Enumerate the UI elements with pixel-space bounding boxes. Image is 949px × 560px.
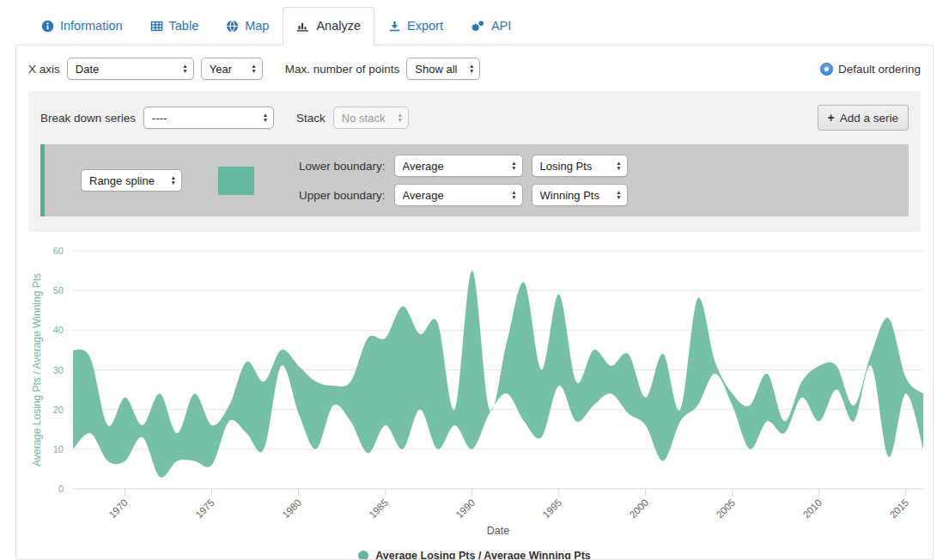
x-tick-label: 1980 (280, 497, 303, 520)
y-tick-label: 20 (53, 405, 64, 415)
tab-information[interactable]: Information (27, 7, 137, 46)
tab-export[interactable]: Export (374, 7, 457, 46)
select-arrows-icon: ▲▼ (164, 175, 176, 186)
legend-label: Average Losing Pts / Average Winning Pts (375, 550, 591, 560)
x-axis-field-select[interactable]: Date ▲▼ (67, 58, 194, 80)
x-axis-granularity-select[interactable]: Year ▲▼ (201, 58, 263, 80)
lower-function-select[interactable]: Average ▲▼ (394, 155, 523, 177)
dataset-tabs: Information Table Map Analyze Export API (15, 0, 934, 45)
chart-canvas: 0102030405060Average Losing Pts / Averag… (16, 232, 933, 539)
add-serie-button[interactable]: + Add a serie (818, 105, 909, 131)
tab-map[interactable]: Map (212, 7, 283, 46)
x-tick-label: 1975 (193, 497, 216, 520)
tab-label: Table (169, 19, 199, 33)
select-arrows-icon: ▲▼ (256, 113, 268, 123)
legend-marker-icon (358, 551, 368, 560)
breakdown-row: Break down series ---- ▲▼ Stack No stack… (40, 105, 909, 131)
table-icon (150, 20, 163, 33)
select-arrows-icon: ▲▼ (504, 161, 516, 171)
tab-table[interactable]: Table (137, 7, 213, 46)
upper-boundary-label: Upper boundary: (299, 189, 386, 202)
select-arrows-icon: ▲▼ (609, 161, 621, 171)
upper-function-select[interactable]: Average ▲▼ (394, 184, 523, 206)
info-icon (41, 20, 54, 33)
tab-analyze[interactable]: Analyze (283, 7, 374, 46)
x-tick-label: 2010 (801, 497, 824, 520)
x-tick-label: 1970 (106, 497, 130, 520)
y-axis-title: Average Losing Pts / Average Winning Pts (31, 273, 43, 466)
bar-chart-icon (296, 20, 310, 33)
y-tick-label: 40 (53, 325, 64, 335)
stack-label: Stack (296, 112, 325, 125)
lower-boundary-label: Lower boundary: (299, 160, 386, 173)
lower-field-select[interactable]: Losing Pts ▲▼ (532, 155, 628, 177)
stack-select: No stack ▲▼ (333, 107, 409, 129)
y-tick-label: 50 (53, 285, 64, 295)
serie-config: Range spline ▲▼ Lower boundary: Average … (40, 144, 909, 216)
x-tick-label: 2005 (715, 497, 738, 520)
x-tick-label: 1990 (454, 497, 478, 520)
select-arrows-icon: ▲▼ (244, 64, 256, 74)
max-points-select[interactable]: Show all ▲▼ (406, 58, 480, 80)
chart-type-select[interactable]: Range spline ▲▼ (81, 169, 182, 192)
gears-icon (471, 20, 485, 33)
series-section: Break down series ---- ▲▼ Stack No stack… (28, 91, 921, 232)
download-icon (388, 20, 401, 33)
select-arrows-icon: ▲▼ (609, 190, 621, 200)
analyze-panel: X axis Date ▲▼ Year ▲▼ Max. number of po… (15, 45, 934, 560)
select-arrows-icon: ▲▼ (175, 64, 187, 74)
select-arrows-icon: ▲▼ (390, 113, 402, 123)
breakdown-select[interactable]: ---- ▲▼ (143, 107, 274, 129)
globe-icon (226, 20, 239, 33)
y-tick-label: 30 (53, 365, 64, 375)
tab-label: Map (245, 19, 269, 33)
select-arrows-icon: ▲▼ (504, 190, 516, 200)
upper-field-select[interactable]: Winning Pts ▲▼ (532, 184, 628, 206)
axis-controls: X axis Date ▲▼ Year ▲▼ Max. number of po… (16, 46, 933, 80)
tab-label: API (491, 19, 511, 33)
range-spline-chart: 0102030405060Average Losing Pts / Averag… (16, 232, 933, 560)
default-ordering-option[interactable]: Default ordering (820, 63, 921, 76)
x-tick-label: 2015 (888, 497, 911, 520)
plus-icon: + (828, 111, 835, 125)
default-ordering-label: Default ordering (838, 63, 921, 76)
legend-item[interactable]: Average Losing Pts / Average Winning Pts (16, 550, 933, 560)
y-tick-label: 10 (53, 444, 64, 454)
range-area (73, 271, 923, 478)
boundary-controls: Lower boundary: Average ▲▼ Losing Pts ▲▼… (299, 155, 628, 206)
select-arrows-icon: ▲▼ (462, 64, 474, 74)
tab-label: Information (60, 19, 123, 33)
breakdown-label: Break down series (40, 112, 136, 125)
radio-icon[interactable] (820, 63, 833, 76)
x-axis-title: Date (487, 525, 509, 537)
x-tick-label: 1995 (541, 497, 564, 520)
serie-color-swatch[interactable] (218, 167, 254, 195)
tab-label: Analyze (316, 19, 361, 33)
x-tick-label: 1985 (368, 497, 391, 520)
x-axis-label: X axis (28, 63, 60, 76)
y-tick-label: 0 (58, 484, 64, 494)
y-tick-label: 60 (53, 246, 64, 256)
x-tick-label: 2000 (628, 497, 651, 520)
tab-api[interactable]: API (457, 7, 525, 46)
max-points-label: Max. number of points (285, 63, 400, 76)
tab-label: Export (407, 19, 443, 33)
